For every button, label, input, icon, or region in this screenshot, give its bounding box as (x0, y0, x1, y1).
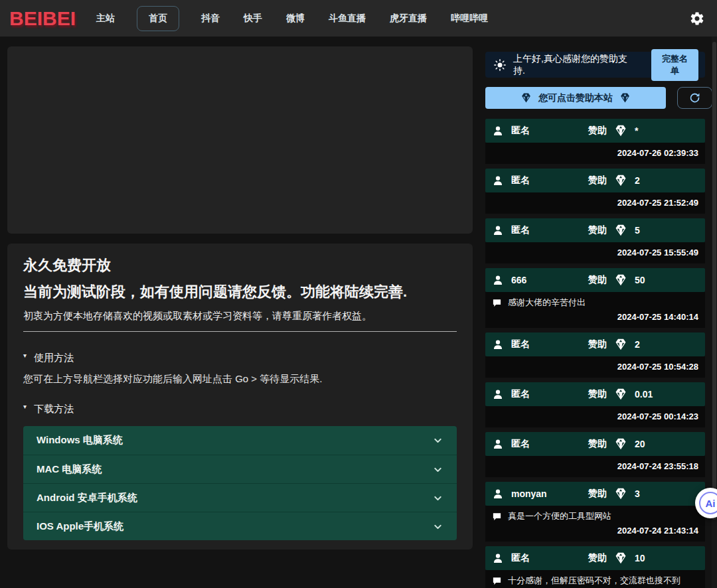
sponsor-entry-body: 2024-07-25 21:52:49 (485, 192, 705, 214)
intro-card: 永久免费开放 当前为测试阶段，如有使用问题请您反馈。功能将陆续完善. 初衷为方便… (7, 244, 473, 550)
diamond-icon (614, 224, 627, 237)
sponsor-entry: 匿名 赞助 10 (485, 546, 705, 588)
sponsor-time: 2024-07-25 00:14:23 (492, 409, 698, 424)
sponsor-amount-group: 赞助 * (588, 124, 698, 137)
sponsor-entry: monyan 赞助 3 (485, 482, 705, 542)
user-icon (492, 488, 504, 500)
sponsor-sidebar: 上午好,真心感谢您的赞助支持. 完整名单 您可点击赞助本站 (485, 46, 712, 588)
download-title-label: 下载方法 (34, 403, 74, 414)
sponsor-entry-header: 匿名 赞助 2 (485, 169, 705, 192)
nav-item[interactable]: 首页 (137, 6, 179, 31)
nav-item[interactable]: 虎牙直播 (388, 6, 429, 31)
nav-item[interactable]: 快手 (242, 6, 264, 31)
sponsor-comment: 真是一个方便的工具型网站 (492, 509, 698, 524)
download-section-title[interactable]: ▾ 下载方法 (23, 403, 457, 415)
accordion-label: Android 安卓手机系统 (37, 492, 137, 504)
sponsor-entry-body: 2024-07-25 10:54:28 (485, 356, 705, 378)
main-column: 永久免费开放 当前为测试阶段，如有使用问题请您反馈。功能将陆续完善. 初衷为方便… (7, 46, 473, 588)
diamond-icon (614, 388, 627, 401)
sponsor-amount-group: 赞助 0.01 (588, 388, 698, 401)
sponsor-amount-group: 赞助 50 (588, 273, 698, 287)
sponsor-action-label: 赞助 (588, 338, 607, 350)
nav-item[interactable]: 抖音 (199, 6, 222, 31)
diamond-icon (614, 487, 627, 500)
main-nav: 主站 首页 抖音 快手 微博 斗鱼直播 虎牙直播 哔哩哔哩 (94, 6, 490, 31)
sponsor-comment-text: 感谢大佬的辛苦付出 (508, 295, 586, 310)
greeting-bar: 上午好,真心感谢您的赞助支持. 完整名单 (485, 52, 705, 78)
sponsor-time: 2024-07-26 02:39:33 (492, 146, 698, 161)
top-nav: BEIBEI 主站 首页 抖音 快手 微博 斗鱼直播 虎牙直播 哔哩哔哩 (0, 0, 717, 37)
user-icon (492, 438, 504, 450)
sponsor-entry-header: 匿名 赞助 5 (485, 218, 705, 242)
sponsor-name: 666 (511, 275, 526, 285)
sponsor-name: 匿名 (511, 175, 530, 186)
sponsor-amount-group: 赞助 3 (588, 487, 698, 500)
sponsor-time: 2024-07-24 21:43:14 (492, 524, 698, 538)
site-logo[interactable]: BEIBEI (9, 7, 76, 30)
sponsor-action-label: 赞助 (588, 224, 607, 236)
page-title: 永久免费开放 (23, 256, 457, 275)
nav-item[interactable]: 哔哩哔哩 (449, 6, 490, 31)
sponsor-entry-body: 2024-07-25 00:14:23 (485, 406, 705, 427)
sponsor-entry-header: 匿名 赞助 0.01 (485, 382, 705, 406)
user-icon (492, 274, 504, 286)
sponsor-entry: 666 赞助 50 (485, 268, 705, 328)
usage-section-body: 您可在上方导航栏选择对应功能后输入网址点击 Go > 等待显示结果. (23, 373, 457, 386)
sponsor-action-label: 赞助 (588, 274, 607, 286)
accordion-label: IOS Apple手机系统 (37, 520, 123, 533)
sponsor-amount: 2 (635, 175, 640, 186)
sponsor-action-label: 赞助 (588, 388, 607, 400)
page-subtitle: 当前为测试阶段，如有使用问题请您反馈。功能将陆续完善. (23, 283, 457, 301)
full-list-button[interactable]: 完整名单 (651, 49, 698, 81)
usage-section-title[interactable]: ▾ 使用方法 (23, 352, 457, 364)
gear-icon[interactable] (689, 11, 705, 27)
sponsor-amount: 5 (635, 225, 640, 236)
sponsor-button-label: 您可点击赞助本站 (538, 92, 613, 104)
sponsor-entry: 匿名 赞助 0.01 2024-07-25 00:14:23 (485, 382, 705, 427)
chevron-down-icon (432, 521, 443, 532)
chevron-down-icon (432, 435, 443, 446)
nav-item[interactable]: 微博 (284, 6, 307, 31)
accordion-row[interactable]: Windows 电脑系统 (23, 426, 457, 455)
sponsor-comment-text: 真是一个方便的工具型网站 (508, 509, 611, 524)
accordion-row[interactable]: IOS Apple手机系统 (23, 512, 457, 540)
accordion-row[interactable]: Android 安卓手机系统 (23, 483, 457, 512)
sponsor-entry-body: 感谢大佬的辛苦付出 2024-07-25 14:40:14 (485, 292, 705, 328)
disclaimer-note: 初衷为方便本地存储喜欢的视频或取素材或学习资料等，请尊重原著作者权益。 (23, 310, 457, 323)
sponsor-amount-group: 赞助 2 (588, 338, 698, 351)
chat-bubble-icon (492, 512, 502, 522)
diamond-icon (619, 92, 631, 104)
refresh-button[interactable] (677, 87, 712, 109)
diamond-icon (614, 437, 627, 451)
sponsor-entry-body: 真是一个方便的工具型网站 2024-07-24 21:43:14 (485, 506, 705, 542)
user-icon (492, 224, 504, 236)
sponsor-comment: 感谢大佬的辛苦付出 (492, 295, 698, 310)
sponsor-amount: 20 (635, 439, 645, 449)
accordion-row[interactable]: MAC 电脑系统 (23, 455, 457, 483)
sponsor-amount-group: 赞助 20 (588, 437, 698, 451)
sponsor-comment: 十分感谢，但解压密码不对，交流群也搜不到 (492, 573, 698, 588)
sponsor-entry-body: 2024-07-25 15:55:49 (485, 242, 705, 263)
sponsor-name: monyan (511, 488, 547, 499)
sponsor-name: 匿名 (511, 125, 530, 137)
sponsor-button[interactable]: 您可点击赞助本站 (485, 87, 666, 109)
sponsor-action-label: 赞助 (588, 438, 607, 450)
sponsor-name: 匿名 (511, 552, 530, 564)
sponsor-name: 匿名 (511, 224, 530, 236)
sponsor-time: 2024-07-25 21:52:49 (492, 196, 698, 210)
sponsor-action-label: 赞助 (588, 125, 607, 137)
sponsor-entry-header: monyan 赞助 3 (485, 482, 705, 506)
preview-panel (7, 46, 473, 234)
scrollbar-thumb[interactable] (712, 42, 716, 520)
nav-item[interactable]: 斗鱼直播 (327, 6, 368, 31)
nav-item[interactable]: 主站 (94, 6, 117, 31)
chat-bubble-icon (492, 576, 502, 586)
sponsor-time: 2024-07-25 14:40:14 (492, 310, 698, 325)
user-icon (492, 338, 504, 350)
sponsor-entry-body: 2024-07-26 02:39:33 (485, 143, 705, 164)
caret-down-icon: ▾ (23, 403, 27, 410)
accordion-label: MAC 电脑系统 (37, 463, 102, 476)
sponsor-entry-header: 匿名 赞助 10 (485, 546, 705, 570)
diamond-icon (520, 92, 532, 104)
sponsor-entry-header: 666 赞助 50 (485, 268, 705, 292)
